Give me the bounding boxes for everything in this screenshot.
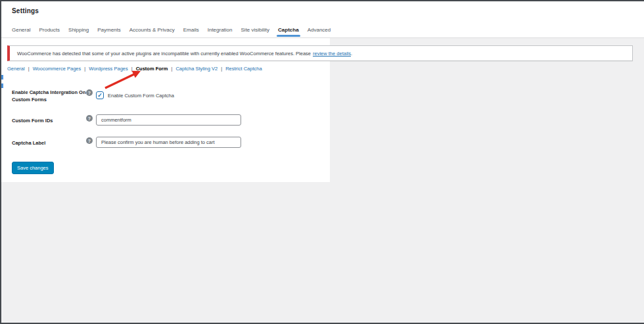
left-edge-marker bbox=[1, 75, 3, 80]
subnav-separator: | bbox=[131, 66, 133, 72]
notice-text: WooCommerce has detected that some of yo… bbox=[17, 51, 311, 57]
woocommerce-settings-page: Settings General Products Shipping Payme… bbox=[0, 0, 644, 324]
captcha-label-input[interactable] bbox=[96, 137, 241, 148]
review-details-link[interactable]: review the details bbox=[313, 51, 351, 57]
tab-integration[interactable]: Integration bbox=[208, 26, 233, 34]
subnav-custom-form[interactable]: Custom Form bbox=[136, 66, 168, 72]
enable-custom-form-captcha-checkbox[interactable]: ✓ bbox=[96, 91, 104, 99]
subnav-general[interactable]: General bbox=[7, 66, 25, 72]
save-changes-button[interactable]: Save changes bbox=[12, 162, 54, 174]
compatibility-notice: WooCommerce has detected that some of yo… bbox=[7, 45, 633, 61]
notice-suffix: . bbox=[351, 51, 352, 57]
window-frame-left bbox=[0, 0, 1, 324]
window-frame-top bbox=[0, 0, 644, 1]
tab-payments[interactable]: Payments bbox=[97, 26, 121, 34]
subnav-restrict-captcha[interactable]: Restrict Captcha bbox=[225, 66, 262, 72]
subnav-wordpress-pages[interactable]: Wordpress Pages bbox=[89, 66, 127, 72]
subnav-separator: | bbox=[221, 66, 222, 72]
help-tip-icon[interactable]: ? bbox=[86, 89, 93, 96]
field-label-enable-captcha: Enable Captcha Intergration On Custom Fo… bbox=[12, 89, 89, 104]
subnav-separator: | bbox=[84, 66, 85, 72]
help-tip-icon[interactable]: ? bbox=[86, 115, 93, 122]
captcha-subnav: General | Woocommerce Pages | Wordpress … bbox=[7, 66, 262, 72]
checkmark-icon: ✓ bbox=[97, 93, 103, 99]
tab-products[interactable]: Products bbox=[39, 26, 60, 34]
custom-form-ids-input[interactable] bbox=[96, 114, 241, 126]
settings-tabs: General Products Shipping Payments Accou… bbox=[12, 26, 331, 34]
help-tip-icon[interactable]: ? bbox=[86, 137, 93, 144]
field-label-captcha-label: Captcha Label bbox=[12, 139, 89, 147]
tab-accounts-privacy[interactable]: Accounts & Privacy bbox=[129, 26, 175, 34]
left-edge-marker bbox=[1, 83, 3, 88]
tab-general[interactable]: General bbox=[12, 26, 30, 34]
tab-captcha[interactable]: Captcha bbox=[278, 26, 299, 34]
subnav-separator: | bbox=[28, 66, 30, 72]
page-title: Settings bbox=[12, 7, 39, 14]
tab-emails[interactable]: Emails bbox=[183, 26, 199, 34]
tab-shipping[interactable]: Shipping bbox=[68, 26, 89, 34]
checkbox-label: Enable Custom Form Captcha bbox=[108, 93, 174, 99]
field-label-custom-form-ids: Custom Form IDs bbox=[12, 117, 89, 124]
tab-advanced[interactable]: Advanced bbox=[308, 26, 331, 34]
subnav-woocommerce-pages[interactable]: Woocommerce Pages bbox=[33, 66, 81, 72]
tab-site-visibility[interactable]: Site visibility bbox=[241, 26, 270, 34]
subnav-captcha-styling-v2[interactable]: Captcha Styling V2 bbox=[175, 66, 218, 72]
subnav-separator: | bbox=[171, 66, 172, 72]
